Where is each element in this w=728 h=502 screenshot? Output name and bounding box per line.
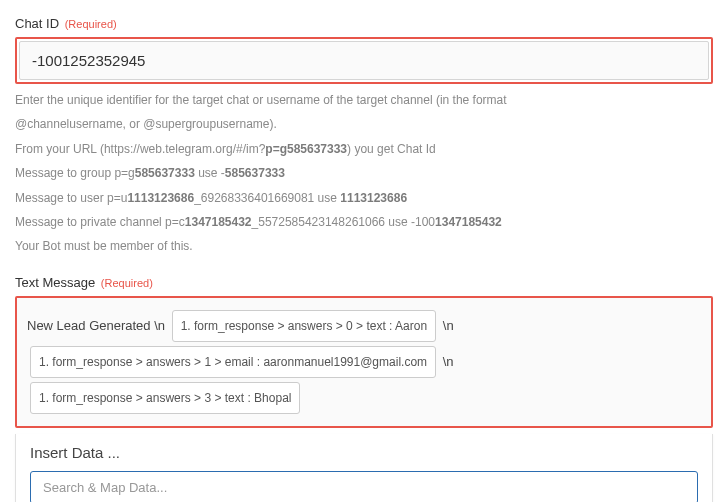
required-badge: (Required) — [101, 277, 153, 289]
help-text-span: Message to private channel p=c — [15, 215, 185, 229]
help-text-strong: 585637333 — [135, 166, 195, 180]
help-text-line: Message to user p=u1113123686_6926833640… — [15, 188, 713, 208]
data-pill[interactable]: 1. form_response > answers > 3 > text : … — [30, 382, 300, 414]
help-text-strong: 1347185432 — [435, 215, 502, 229]
chat-id-label: Chat ID (Required) — [15, 16, 713, 31]
text-message-label: Text Message (Required) — [15, 275, 713, 290]
text-message-editor[interactable]: New Lead Generated \n 1. form_response >… — [15, 296, 713, 428]
search-map-data-input[interactable]: Search & Map Data... — [30, 471, 698, 502]
text-message-label-text: Text Message — [15, 275, 95, 290]
required-badge: (Required) — [65, 18, 117, 30]
help-text-span: use - — [195, 166, 225, 180]
chat-id-label-text: Chat ID — [15, 16, 59, 31]
help-text-line: Message to private channel p=c1347185432… — [15, 212, 713, 232]
help-text-span: ) you get Chat Id — [347, 142, 436, 156]
chat-id-input[interactable] — [19, 41, 709, 80]
data-pill[interactable]: 1. form_response > answers > 0 > text : … — [172, 310, 436, 342]
editor-plain-text: New Lead Generated \n — [27, 318, 165, 333]
help-text-span: Message to user p=u — [15, 191, 127, 205]
help-text-span: _69268336401669081 use — [194, 191, 340, 205]
help-text-span: From your URL (https://web.telegram.org/… — [15, 142, 265, 156]
help-text-span: Message to group p=g — [15, 166, 135, 180]
help-text-strong: 1347185432 — [185, 215, 252, 229]
data-pill[interactable]: 1. form_response > answers > 1 > email :… — [30, 346, 436, 378]
help-text-line: From your URL (https://web.telegram.org/… — [15, 139, 713, 159]
editor-plain-text: \n — [443, 354, 454, 369]
help-text-line: Message to group p=g585637333 use -58563… — [15, 163, 713, 183]
insert-data-panel: Insert Data ... Search & Map Data... 1. … — [15, 434, 713, 502]
help-text-strong: p=g585637333 — [265, 142, 347, 156]
chat-id-input-highlight — [15, 37, 713, 84]
help-text-line: Enter the unique identifier for the targ… — [15, 90, 713, 110]
editor-plain-text: \n — [443, 318, 454, 333]
help-text-strong: 585637333 — [225, 166, 285, 180]
help-text-strong: 1113123686 — [127, 191, 194, 205]
help-text-strong: 1113123686 — [340, 191, 407, 205]
insert-data-title: Insert Data ... — [30, 444, 698, 461]
help-text-span: _5572585423148261066 use -100 — [252, 215, 436, 229]
help-text-line: @channelusername, or @supergroupusername… — [15, 114, 713, 134]
help-text-line: Your Bot must be member of this. — [15, 236, 713, 256]
